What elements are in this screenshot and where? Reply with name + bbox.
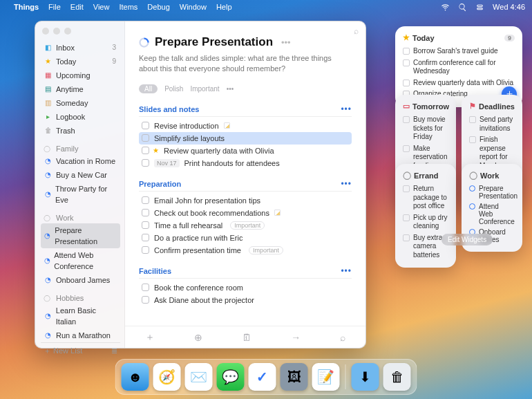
control-center-icon[interactable] xyxy=(475,3,484,12)
menu-window[interactable]: Window xyxy=(180,3,207,11)
checkbox[interactable] xyxy=(142,196,149,204)
area-hobbies[interactable]: ◯Hobbies xyxy=(41,293,120,304)
new-list-button[interactable]: ＋ New List xyxy=(44,346,82,356)
sidebar-project[interactable]: ◔Learn Basic Italian xyxy=(41,304,120,328)
app-name[interactable]: Things xyxy=(14,3,39,11)
checkbox[interactable] xyxy=(142,159,149,167)
sidebar-project[interactable]: ◔Run a Marathon xyxy=(41,328,120,342)
todo-item[interactable]: Do a practice run with Eric xyxy=(139,232,352,244)
sidebar-upcoming[interactable]: ▦Upcoming xyxy=(41,68,120,82)
widget-project[interactable]: Attend Web Conference xyxy=(469,201,515,227)
filter-polish[interactable]: Polish xyxy=(164,85,183,93)
menu-view[interactable]: View xyxy=(93,3,110,11)
todo-item[interactable]: Revise introduction xyxy=(139,120,352,132)
edit-widgets-button[interactable]: Edit Widgets xyxy=(441,234,493,245)
menu-help[interactable]: Help xyxy=(216,3,232,11)
widget-todo[interactable]: Send party invitations xyxy=(469,114,515,134)
widget-todo[interactable]: Confirm conference call for Wednesday xyxy=(403,57,515,77)
dock-mail[interactable]: ✉️ xyxy=(185,363,213,391)
bottom-toolbar: ＋ ⊕ 🗓 → ⌕ xyxy=(125,326,365,348)
new-heading-button[interactable]: ⊕ xyxy=(194,332,202,343)
heading-preparation: Preparation••• Email John for presentati… xyxy=(139,179,352,257)
todo-item[interactable]: ★Review quarterly data with Olivia xyxy=(139,145,352,157)
sidebar-project[interactable]: ◔Onboard James xyxy=(41,273,120,287)
widget-todo[interactable]: Return package to post office xyxy=(403,183,448,212)
widget-todo[interactable]: Buy movie tickets for Friday xyxy=(403,114,448,143)
sidebar-project[interactable]: ◔Attend Web Conference xyxy=(41,248,120,273)
todo-item[interactable]: Nov 17Print handouts for attendees xyxy=(139,157,352,169)
tag-chip[interactable]: Important xyxy=(249,246,283,254)
todo-item[interactable]: Book the conference room xyxy=(139,281,352,294)
search-button[interactable]: ⌕ xyxy=(340,332,345,343)
area-family[interactable]: ◯Family xyxy=(41,143,120,154)
sidebar: ◧Inbox3 ★Today9 ▦Upcoming ▤Anytime ▥Some… xyxy=(35,21,125,348)
todo-item[interactable]: Check out book recommendations xyxy=(139,207,352,219)
tag-chip[interactable]: Important xyxy=(230,221,265,230)
widget-todo[interactable]: Borrow Sarah's travel guide xyxy=(403,46,515,57)
today-star-icon: ★ xyxy=(153,147,159,154)
checkbox[interactable] xyxy=(142,284,149,291)
widget-todo[interactable]: Review quarterly data with Olivia xyxy=(403,77,515,89)
dock-finder[interactable]: ☻ xyxy=(122,363,149,391)
menu-file[interactable]: File xyxy=(48,3,61,11)
checkbox[interactable] xyxy=(142,234,149,241)
heading-menu-icon[interactable]: ••• xyxy=(341,266,352,276)
heading-title[interactable]: Facilities xyxy=(139,267,171,275)
sidebar-today[interactable]: ★Today9 xyxy=(41,55,120,68)
sidebar-project-selected[interactable]: ◔Prepare Presentation xyxy=(41,223,120,248)
checkbox[interactable] xyxy=(142,134,149,142)
filter-more-icon[interactable]: ••• xyxy=(227,85,234,93)
heading-title[interactable]: Slides and notes xyxy=(139,105,199,113)
menubar-clock[interactable]: Wed 4:46 xyxy=(493,3,525,11)
heading-title[interactable]: Preparation xyxy=(139,180,181,188)
menu-debug[interactable]: Debug xyxy=(147,3,169,11)
project-notes[interactable]: Keep the talk and slides simple: what ar… xyxy=(139,53,352,75)
quick-find-icon[interactable]: ⌕ xyxy=(354,26,359,36)
sidebar-logbook[interactable]: ▸Logbook xyxy=(41,110,120,124)
todo-item[interactable]: Time a full rehearsalImportant xyxy=(139,219,352,232)
widget-errand[interactable]: ◯Errand Return package to post office Pi… xyxy=(395,164,456,268)
dock-things[interactable]: ✓ xyxy=(249,363,276,391)
menu-edit[interactable]: Edit xyxy=(70,3,84,11)
menu-items[interactable]: Items xyxy=(119,3,137,11)
sidebar-project[interactable]: ◔Buy a New Car xyxy=(41,168,120,182)
todo-item[interactable]: Confirm presentation timeImportant xyxy=(139,244,352,257)
heading-menu-icon[interactable]: ••• xyxy=(341,104,352,114)
checkbox[interactable] xyxy=(142,221,149,229)
project-title[interactable]: Prepare Presentation xyxy=(155,35,273,49)
sidebar-project[interactable]: ◔Throw Party for Eve xyxy=(41,182,120,207)
sidebar-trash[interactable]: 🗑Trash xyxy=(41,124,120,138)
widget-project[interactable]: Prepare Presentation xyxy=(469,183,515,201)
checkbox[interactable] xyxy=(142,296,149,304)
sidebar-inbox[interactable]: ◧Inbox3 xyxy=(41,41,120,55)
project-menu-icon[interactable]: ••• xyxy=(281,37,291,48)
wifi-icon[interactable] xyxy=(441,3,450,12)
checkbox[interactable] xyxy=(142,147,149,154)
spotlight-icon[interactable] xyxy=(458,3,467,12)
schedule-button[interactable]: 🗓 xyxy=(242,332,251,343)
filter-important[interactable]: Important xyxy=(190,85,219,93)
checkbox[interactable] xyxy=(142,209,149,216)
sidebar-project[interactable]: ◔Vacation in Rome xyxy=(41,154,120,168)
dock-safari[interactable]: 🧭 xyxy=(153,363,181,391)
dock-downloads[interactable]: ⬇ xyxy=(352,363,379,391)
todo-item[interactable]: Email John for presentation tips xyxy=(139,194,352,207)
area-work[interactable]: ◯Work xyxy=(41,212,120,223)
dock-messages[interactable]: 💬 xyxy=(217,363,245,391)
todo-item[interactable]: Ask Diane about the projector xyxy=(139,294,352,306)
sidebar-someday[interactable]: ▥Someday xyxy=(41,96,120,110)
move-button[interactable]: → xyxy=(291,332,301,343)
traffic-lights[interactable] xyxy=(42,28,71,35)
new-todo-button[interactable]: ＋ xyxy=(145,331,155,344)
sidebar-anytime[interactable]: ▤Anytime xyxy=(41,82,120,96)
filter-all[interactable]: All xyxy=(139,84,158,93)
widget-todo[interactable]: Pick up dry cleaning xyxy=(403,212,448,232)
checkbox[interactable] xyxy=(142,246,149,254)
settings-icon[interactable]: ≣ xyxy=(111,346,117,355)
heading-menu-icon[interactable]: ••• xyxy=(341,179,352,189)
dock-trash[interactable]: 🗑 xyxy=(383,363,411,391)
checkbox[interactable] xyxy=(142,122,149,129)
dock-preview[interactable]: 🖼 xyxy=(281,363,308,391)
todo-item-selected[interactable]: Simplify slide layouts xyxy=(139,132,352,145)
dock-notes[interactable]: 📝 xyxy=(312,363,340,391)
